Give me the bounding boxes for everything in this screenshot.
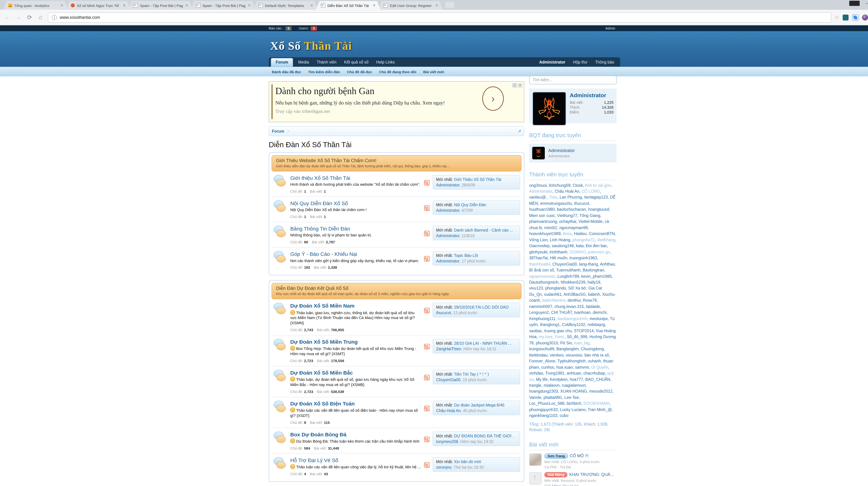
- member-link[interactable]: phuongquynh32: [529, 408, 560, 412]
- member-link[interactable]: chung.levan.315: [555, 304, 586, 309]
- member-link[interactable]: ChuyenGia00: [552, 262, 579, 266]
- member-link[interactable]: mimi52: [544, 226, 559, 230]
- tab-close-icon[interactable]: ✕: [185, 3, 188, 7]
- member-link[interactable]: Lee-Tee: [564, 395, 580, 399]
- member-link[interactable]: ngocmayman99: [559, 226, 589, 230]
- member-link[interactable]: Đoi đen bac: [586, 244, 608, 248]
- member-link[interactable]: trungxiuchu89: [529, 347, 556, 351]
- subnav-link[interactable]: Chủ đề đã đọc: [344, 70, 375, 74]
- url-text[interactable]: www.xosothantai.com: [60, 15, 100, 20]
- member-link[interactable]: Forever_Alone: [529, 359, 557, 363]
- latest-user-link[interactable]: ChuyenGia00: [436, 378, 461, 382]
- member-link[interactable]: Baolongtran: [583, 268, 605, 272]
- subnav-link[interactable]: Đánh dấu đã đọc: [269, 70, 304, 74]
- subnav-link[interactable]: Tìm kiếm diễn đàn: [305, 70, 343, 74]
- member-link[interactable]: saobac: [529, 329, 544, 333]
- member-link[interactable]: ngankhang1102: [529, 414, 560, 418]
- member-link[interactable]: Loc_PhuocLoc_686: [529, 401, 567, 406]
- member-link[interactable]: huuthuan1980: [529, 207, 557, 212]
- home-icon[interactable]: ⌂: [37, 14, 44, 21]
- post-avatar[interactable]: [529, 453, 541, 466]
- member-link[interactable]: phuong3010: [536, 341, 560, 345]
- post-prefix-badge[interactable]: Sơn Trang: [545, 453, 568, 459]
- member-link[interactable]: baolochochacan: [557, 207, 588, 212]
- latest-user-link[interactable]: Administrator: [436, 183, 459, 187]
- rss-feed-icon[interactable]: [424, 230, 430, 236]
- member-link[interactable]: phamvantruong: [529, 220, 559, 224]
- ad-cta-chevron-icon[interactable]: ›: [482, 87, 504, 111]
- forum-title-link[interactable]: Bảng Thông Tin Diễn Đàn: [290, 226, 350, 232]
- ad-close-icon[interactable]: ✕: [518, 83, 523, 88]
- member-link[interactable]: CHI THUẬT: [551, 311, 574, 315]
- forum-title-link[interactable]: Dự Đoán Xổ Số Điện Toán: [290, 400, 355, 407]
- tab-close-icon[interactable]: ✕: [248, 3, 251, 7]
- member-link[interactable]: thanhhoa64: [529, 262, 552, 266]
- member-link[interactable]: Lunglinh789: [557, 274, 581, 278]
- member-link[interactable]: Linh Hoàng: [550, 238, 572, 242]
- tab-close-icon[interactable]: ✕: [123, 3, 126, 7]
- member-link[interactable]: diemchi: [593, 311, 608, 315]
- member-link[interactable]: meoluoipx: [590, 317, 610, 321]
- member-link[interactable]: saudong246: [552, 244, 576, 248]
- category-title[interactable]: Diễn Đàn Dự Đoán Kết Quả Xổ Số: [276, 286, 517, 291]
- member-link[interactable]: Lenguyen2: [529, 311, 551, 315]
- rss-feed-icon[interactable]: [424, 406, 430, 411]
- member-link[interactable]: babichbentre: [542, 298, 567, 302]
- latest-thread-link[interactable]: 29/10/2016:TÀI LỘC DỒI DÀO: [454, 305, 509, 310]
- forum-title-link[interactable]: Dự Đoán Xổ Số Miền Nam: [290, 303, 354, 309]
- browser-tab[interactable]: Default Style: Templates ✕: [253, 1, 318, 10]
- member-link[interactable]: bán nhà ra số: [584, 353, 610, 357]
- member-link[interactable]: vivuvoiso: [566, 353, 584, 357]
- member-link[interactable]: Anh tư sài gòn: [585, 183, 612, 187]
- nav-tab[interactable]: Thành viên: [313, 60, 340, 64]
- member-link[interactable]: hoa xuan: [556, 365, 575, 369]
- latest-thread-link[interactable]: Topic Báo Lỗi: [454, 254, 478, 258]
- browser-tab[interactable]: Edit User Group: Register ✕: [378, 1, 443, 10]
- member-link[interactable]: Út Quyên: [591, 365, 609, 369]
- member-link[interactable]: latdaide: [586, 304, 601, 309]
- member-link[interactable]: 39ThanTai: [529, 256, 550, 260]
- forum-title-link[interactable]: Dự Đoán Xổ Số Miền Trung: [290, 339, 358, 345]
- member-link[interactable]: truong giao chu: [544, 329, 574, 333]
- member-link[interactable]: Hết muốn: [550, 256, 569, 260]
- staff-name-link[interactable]: Administrator: [548, 148, 575, 153]
- member-link[interactable]: hoa777: [570, 377, 585, 381]
- nav-tab[interactable]: Kết quả xổ số: [340, 60, 372, 64]
- forum-title-link[interactable]: Góp Ý - Báo Cáo - Khiếu Nại: [290, 251, 357, 257]
- member-link[interactable]: Nhokken5239: [561, 280, 588, 284]
- members-online-heading[interactable]: Thành viên trực tuyến: [529, 170, 617, 180]
- rss-feed-icon[interactable]: [424, 436, 430, 442]
- member-link[interactable]: tuan_big: [574, 341, 591, 345]
- ad-banner[interactable]: Dành cho người bệnh Gan Nếu bạn bị bệnh …: [269, 81, 524, 122]
- forum-title-link[interactable]: Giới thiệu Xổ Số Thần Tài: [290, 175, 350, 181]
- browser-tab[interactable]: Spam - Tập Post Bài | Pag ✕: [128, 1, 193, 10]
- member-link[interactable]: denthui: [567, 298, 583, 302]
- member-link[interactable]: biettimdau: [529, 353, 550, 357]
- latest-thread-link[interactable]: 28/10 GIA LAI - NINH THUẬN ...: [454, 341, 512, 346]
- member-link[interactable]: My life: [536, 377, 550, 381]
- browser-tab[interactable]: Diễn Đàn Xổ Số Thần Tài ✕: [316, 1, 380, 10]
- minimize-button[interactable]: ─: [866, 1, 868, 5]
- new-posts-heading[interactable]: Bài viết mới: [529, 440, 617, 450]
- member-link[interactable]: Lan Phương: [560, 195, 584, 199]
- member-link[interactable]: Coldboy1102: [562, 323, 587, 327]
- member-link[interactable]: gtinhyeukt: [529, 250, 550, 254]
- member-link[interactable]: vivu123: [529, 286, 545, 290]
- latest-thread-link[interactable]: Nội Quy Diễn Đàn: [454, 203, 486, 207]
- rss-feed-icon[interactable]: [424, 375, 430, 381]
- latest-user-link[interactable]: Administrator: [436, 259, 459, 263]
- member-link[interactable]: babinh: [588, 292, 602, 296]
- category-header[interactable]: Giới Thiệu Website Xổ Số Thần Tài Chấm C…: [272, 155, 522, 171]
- member-link[interactable]: trangle: [529, 383, 544, 387]
- browser-tab[interactable]: Tổng quan - Analytics ✕: [3, 1, 68, 10]
- rss-feed-icon[interactable]: [424, 344, 430, 350]
- member-link[interactable]: mesode2012: [589, 389, 614, 393]
- latest-thread-link[interactable]: Giới Thiệu Xổ Số Thần Tài: [454, 177, 501, 182]
- member-link[interactable]: linhchung59: [549, 183, 573, 187]
- member-link[interactable]: Hadieu: [574, 232, 589, 236]
- users-count-badge[interactable]: 2: [311, 26, 317, 30]
- forward-icon[interactable]: →: [14, 14, 22, 21]
- forum-title-link[interactable]: Dự Đoán Xổ Số Miền Bắc: [290, 370, 353, 376]
- nav-tab[interactable]: Media: [294, 60, 313, 64]
- member-link[interactable]: Rose79: [583, 298, 598, 302]
